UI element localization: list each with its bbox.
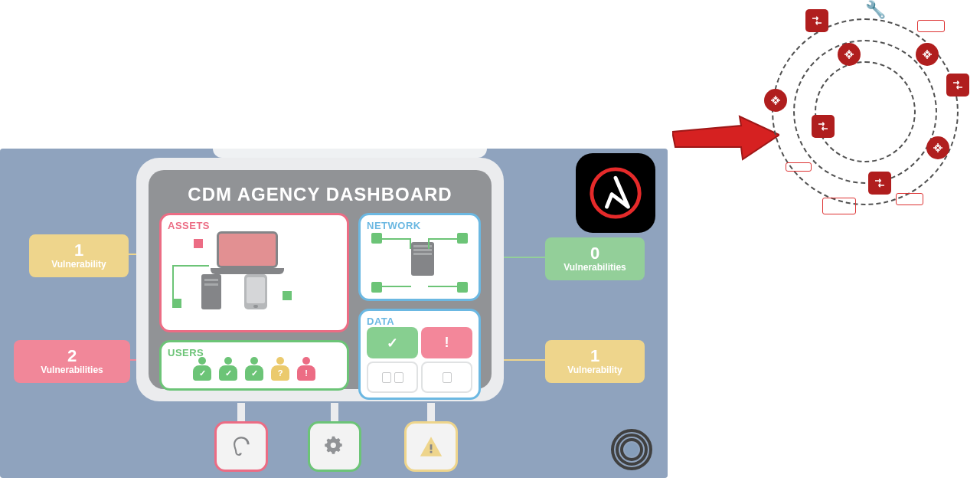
data-card: DATA ✓ !: [358, 309, 481, 400]
warning-icon: [418, 434, 444, 460]
switch-node-icon: [805, 9, 828, 32]
user-ok-icon: ✓: [243, 357, 265, 381]
data-docs-icon: [367, 362, 418, 393]
user-warn-icon: ?: [270, 357, 291, 381]
risk-gauge-icon: [611, 429, 652, 470]
router-node-icon: [926, 136, 949, 159]
orbit-inner: [815, 61, 916, 162]
switch-node-icon: [946, 74, 969, 97]
blade-outline-icon: [786, 162, 812, 172]
rack-outline-icon: [917, 20, 945, 32]
network-node-icon: [457, 282, 468, 293]
data-label: DATA: [367, 316, 472, 327]
cdm-dashboard-screenshot: 1 Vulnerability 2 Vulnerabilities 0 Vuln…: [0, 149, 668, 478]
network-node-icon: [371, 282, 382, 293]
vuln-label: Vulnerabilities: [14, 365, 130, 375]
switch-node-icon: [868, 172, 891, 195]
dashboard-panel-inner: CDM AGENCY DASHBOARD ASSETS: [149, 170, 492, 389]
window-top-bar: [213, 149, 487, 158]
user-alert-icon: !: [296, 357, 317, 381]
vuln-count: 1: [29, 242, 129, 259]
hub-node-icon: [838, 43, 861, 66]
vuln-label: Vulnerabilities: [545, 262, 645, 273]
network-ring-diagram: 🔧: [758, 5, 972, 219]
vuln-badge-data: 1 Vulnerability: [545, 340, 645, 383]
vuln-label: Vulnerability: [545, 365, 645, 375]
dashboard-title: CDM AGENCY DASHBOARD: [159, 184, 481, 205]
assets-label: ASSETS: [168, 220, 341, 231]
network-node-icon: [371, 233, 382, 244]
wrench-icon: 🔧: [865, 0, 886, 20]
status-dot-alert: [194, 239, 203, 248]
assets-card: ASSETS: [159, 213, 349, 332]
router-node-icon: [916, 43, 939, 66]
vuln-count: 1: [545, 348, 645, 365]
data-status-ok: ✓: [367, 327, 418, 358]
server-outline-icon: [822, 198, 856, 214]
vuln-badge-network: 0 Vulnerabilities: [545, 237, 645, 280]
vuln-badge-users: 2 Vulnerabilities: [14, 340, 130, 383]
vuln-count: 0: [545, 245, 645, 262]
switch-node-icon: [812, 115, 835, 138]
users-card: USERS ✓ ✓ ✓ ? !: [159, 340, 349, 391]
status-dot-ok: [283, 291, 292, 300]
vuln-count: 2: [14, 348, 130, 365]
ear-icon: [228, 434, 254, 460]
vuln-badge-assets: 1 Vulnerability: [29, 234, 129, 277]
data-status-alert: !: [421, 327, 472, 358]
status-dot-ok: [172, 299, 181, 308]
settings-icon-box: [308, 421, 361, 472]
network-node-icon: [457, 233, 468, 244]
data-docs-icon: [421, 362, 472, 393]
laptop-icon: [211, 231, 284, 277]
phone-icon: [244, 274, 267, 309]
vuln-label: Vulnerability: [29, 259, 129, 270]
user-ok-icon: ✓: [217, 357, 239, 381]
router-node-icon: [764, 89, 787, 112]
desktop-tower-icon: [201, 274, 221, 309]
ansible-logo: [576, 153, 655, 233]
rack-outline-icon: [896, 193, 923, 205]
dashboard-panel: CDM AGENCY DASHBOARD ASSETS: [136, 158, 504, 401]
warning-icon-box: [404, 421, 458, 472]
network-label: NETWORK: [367, 220, 472, 231]
server-icon: [411, 242, 434, 276]
network-card: NETWORK: [358, 213, 481, 301]
audio-icon-box: [214, 421, 268, 472]
ansible-icon: [584, 162, 647, 224]
gears-icon: [322, 434, 348, 460]
user-ok-icon: ✓: [191, 357, 213, 381]
